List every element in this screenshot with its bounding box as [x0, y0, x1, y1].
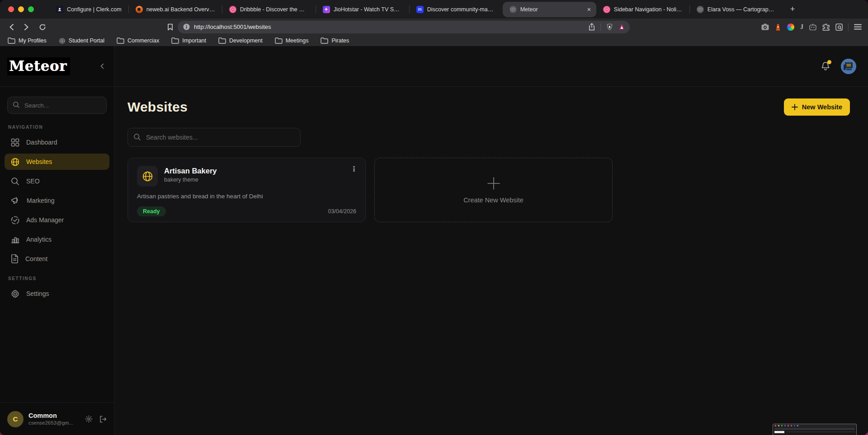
window-controls — [8, 6, 34, 12]
user-avatar[interactable]: C — [7, 411, 24, 427]
browser-tab[interactable]: neweb.ai Backend Overview - — [129, 0, 222, 19]
megaphone-icon — [11, 196, 20, 205]
websites-page: Websites New Website Artisan Bakery bake… — [114, 87, 868, 435]
user-email: csense2653@gm... — [28, 420, 73, 426]
app-logo: Meteor — [7, 57, 70, 75]
bookmark-icon[interactable] — [167, 23, 173, 31]
dribbble-favicon — [603, 6, 610, 13]
lighthouse-extension-icon[interactable] — [775, 23, 781, 31]
maximize-window-button[interactable] — [28, 6, 34, 12]
sidebar-section-label: SETTINGS — [0, 267, 114, 285]
website-globe-icon — [137, 166, 158, 187]
status-badge: Ready — [137, 206, 166, 216]
website-theme: bakery theme — [164, 177, 217, 183]
file-icon — [11, 254, 19, 263]
grid-icon — [11, 138, 19, 147]
close-tab-icon[interactable]: × — [587, 6, 591, 13]
sidebar-item-websites[interactable]: Websites — [5, 154, 109, 170]
create-card-label: Create New Website — [463, 196, 524, 204]
browser-tab[interactable]: JioHotstar - Watch TV Shows, — [316, 0, 409, 19]
globe-favicon — [509, 6, 517, 13]
bookmark-item[interactable]: Commerciax — [117, 37, 159, 44]
gear-icon — [11, 290, 19, 298]
sidebar-item-content[interactable]: Content — [5, 251, 109, 267]
logout-icon[interactable] — [99, 416, 107, 423]
bot-extension-icon[interactable] — [809, 23, 816, 30]
folder-icon — [117, 37, 124, 44]
create-new-website-card[interactable]: Create New Website — [374, 158, 613, 222]
share-icon[interactable] — [589, 23, 595, 31]
bookmark-item[interactable]: Development — [218, 37, 263, 44]
menu-icon[interactable] — [854, 24, 862, 30]
website-cards: Artisan Bakery bakery theme ••• Artisan … — [127, 158, 850, 222]
twentyfirst-favicon: 21 — [416, 6, 424, 13]
user-name: Common — [28, 412, 73, 420]
sidebar-collapse-icon[interactable] — [100, 63, 104, 69]
sidebar-search-input[interactable] — [7, 97, 107, 114]
browser-window: Configure | Clerk.comneweb.ai Backend Ov… — [0, 0, 868, 435]
new-website-button[interactable]: New Website — [784, 98, 850, 116]
browser-tab[interactable]: Sidebar Navigation - Nolito Da — [596, 0, 689, 19]
sidebar-nav: NAVIGATIONDashboardWebsitesSEOMarketingA… — [0, 116, 114, 302]
reading-list-extension-icon[interactable] — [835, 23, 843, 31]
sidebar-item-ads-manager[interactable]: Ads Manager — [5, 212, 109, 228]
sidebar-item-marketing[interactable]: Marketing — [5, 192, 109, 209]
folder-icon — [218, 37, 226, 44]
search-icon — [133, 133, 141, 141]
globe-favicon — [697, 6, 704, 13]
profile-avatar[interactable] — [841, 59, 856, 74]
user-settings-gear-icon[interactable] — [85, 415, 93, 423]
back-icon[interactable] — [9, 23, 14, 31]
bookmarks-bar: My ProfilesStudent PortalCommerciaxImpor… — [0, 35, 868, 46]
close-window-button[interactable] — [8, 6, 14, 12]
bookmark-item[interactable]: Pirates — [321, 37, 349, 44]
card-menu-kebab-icon[interactable]: ••• — [351, 166, 357, 173]
neweb-favicon — [136, 6, 143, 13]
notifications-bell-icon[interactable] — [821, 61, 830, 71]
website-name: Artisan Bakery — [164, 167, 217, 175]
browser-tab[interactable]: 21Discover community-made UI — [410, 0, 503, 19]
site-info-icon[interactable] — [183, 23, 190, 30]
bookmark-item[interactable]: My Profiles — [8, 37, 47, 44]
url-text[interactable]: http://localhost:5001/websites — [194, 23, 589, 30]
browser-tab-active[interactable]: Meteor× — [503, 2, 596, 17]
camera-extension-icon[interactable] — [761, 23, 769, 30]
brave-rewards-icon[interactable] — [618, 23, 625, 30]
page-title: Websites — [127, 99, 188, 115]
sidebar-item-analytics[interactable]: Analytics — [5, 231, 109, 248]
sidebar-item-settings[interactable]: Settings — [5, 285, 109, 302]
bookmark-item[interactable]: Important — [171, 37, 206, 44]
j-extension-icon[interactable]: J — [800, 23, 803, 31]
folder-icon — [275, 37, 283, 44]
search-icon — [13, 101, 20, 108]
extensions-row: J — [761, 23, 843, 31]
brave-shield-icon[interactable] — [606, 23, 613, 31]
address-bar[interactable]: http://localhost:5001/websites — [178, 21, 630, 33]
colorwheel-extension-icon[interactable] — [787, 23, 794, 31]
forward-icon[interactable] — [24, 23, 29, 31]
minimize-window-button[interactable] — [18, 6, 24, 12]
plus-icon — [792, 104, 798, 110]
sidebar-section-label: NAVIGATION — [0, 116, 114, 134]
bookmark-item[interactable]: Student Portal — [59, 37, 104, 44]
chart-icon — [11, 235, 19, 243]
folder-icon — [8, 37, 15, 44]
folder-icon — [321, 37, 328, 44]
browser-tab[interactable]: Configure | Clerk.com — [49, 0, 128, 19]
browser-tab[interactable]: Elara Voss — Cartographer & [ — [690, 0, 783, 19]
dribbble-favicon — [229, 6, 236, 13]
bookmark-item[interactable]: Meetings — [275, 37, 309, 44]
tab-strip: Configure | Clerk.comneweb.ai Backend Ov… — [49, 0, 783, 19]
website-date: 03/04/2026 — [328, 208, 356, 215]
new-tab-button[interactable]: + — [783, 5, 802, 14]
globe-icon — [59, 37, 66, 44]
websites-search-input[interactable] — [127, 128, 301, 147]
sidebar-item-seo[interactable]: SEO — [5, 173, 109, 189]
website-card[interactable]: Artisan Bakery bakery theme ••• Artisan … — [127, 158, 366, 222]
puzzle-extension-icon[interactable] — [822, 23, 830, 31]
sidebar-item-dashboard[interactable]: Dashboard — [5, 134, 109, 150]
browser-tab-bar: Configure | Clerk.comneweb.ai Backend Ov… — [0, 0, 868, 19]
reload-icon[interactable] — [39, 23, 46, 31]
target-icon — [11, 216, 19, 225]
browser-tab[interactable]: Dribbble - Discover the World' — [222, 0, 316, 19]
